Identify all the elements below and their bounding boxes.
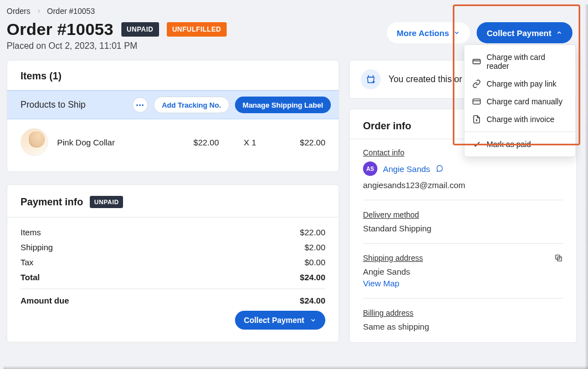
product-line-total: $22.00: [281, 138, 325, 147]
ellipsis-icon: [136, 104, 144, 106]
dd-charge-card-manually[interactable]: Charge card manually: [464, 93, 575, 110]
dd-charge-with-invoice[interactable]: Charge with invoice: [464, 110, 575, 128]
more-actions-label: More Actions: [397, 28, 449, 38]
collect-payment-dropdown: Charge with card reader Charge with pay …: [464, 44, 576, 157]
payment-info-title: Payment info: [21, 196, 83, 208]
collect-payment-button[interactable]: Collect Payment: [477, 22, 572, 43]
dd-charge-card-reader[interactable]: Charge with card reader: [464, 48, 575, 75]
breadcrumb: Orders Order #10053: [7, 7, 577, 16]
svg-rect-4: [473, 59, 480, 64]
line-total-label: Total: [21, 272, 40, 282]
line-tax-value: $0.00: [304, 257, 325, 267]
delivery-method-label: Delivery method: [363, 210, 563, 219]
chat-icon[interactable]: [436, 165, 443, 173]
contact-name-link[interactable]: Angie Sands: [383, 164, 430, 174]
info-divider-3: [363, 298, 563, 299]
svg-rect-6: [473, 99, 480, 104]
product-row: Pink Dog Collar $22.00 X 1 $22.00: [7, 119, 339, 171]
shipping-address-label: Shipping address: [363, 254, 423, 262]
dd-label: Charge card manually: [487, 97, 563, 106]
screenshot-shadow: [585, 4, 588, 369]
dd-label: Charge with pay link: [487, 79, 556, 88]
unfulfilled-badge: UNFULFILLED: [167, 22, 227, 37]
payment-unpaid-badge: UNPAID: [90, 196, 123, 208]
breadcrumb-root[interactable]: Orders: [7, 7, 30, 16]
collect-payment-label: Collect Payment: [487, 28, 551, 38]
products-to-ship-label: Products to Ship: [15, 100, 85, 110]
payment-divider: [21, 289, 325, 289]
line-shipping-label: Shipping: [21, 242, 53, 252]
product-qty: X 1: [228, 138, 272, 147]
copy-icon[interactable]: [554, 254, 563, 262]
collect-payment-label-2: Collect Payment: [244, 316, 304, 325]
notification-text: You created this or: [388, 74, 462, 84]
line-due-label: Amount due: [21, 296, 69, 305]
items-header: Items (1): [7, 60, 339, 90]
payment-info-card: Payment info UNPAID Items$22.00 Shipping…: [7, 184, 339, 342]
contact-email: angiesands123@zmail.com: [363, 180, 563, 190]
invoice-icon: [472, 115, 481, 124]
line-shipping-value: $2.00: [304, 242, 325, 252]
line-items-value: $22.00: [300, 228, 325, 237]
dropdown-divider: [464, 132, 575, 132]
chevron-down-icon: [310, 317, 316, 323]
dd-label: Charge with card reader: [487, 53, 567, 70]
collect-payment-button-2[interactable]: Collect Payment: [235, 311, 325, 330]
line-tax-label: Tax: [21, 257, 33, 267]
check-icon: [472, 140, 481, 149]
breadcrumb-current: Order #10053: [47, 7, 95, 16]
screenshot-shadow: [3, 366, 588, 369]
chevron-right-icon: [36, 8, 42, 14]
pay-link-icon: [472, 79, 481, 88]
card-reader-icon: [472, 57, 481, 66]
product-name: Pink Dog Collar: [57, 138, 166, 147]
items-card: Items (1) Products to Ship Add Tracking …: [7, 60, 339, 172]
bag-plus-icon: [361, 69, 381, 89]
dd-mark-as-paid[interactable]: Mark as paid: [464, 135, 575, 153]
dd-label: Charge with invoice: [487, 115, 554, 124]
billing-address-label: Billing address: [363, 309, 563, 317]
products-to-ship-row: Products to Ship Add Tracking No. Manage…: [7, 90, 339, 119]
line-total-value: $24.00: [300, 272, 325, 282]
product-unit-price: $22.00: [175, 138, 219, 147]
line-due-value: $24.00: [300, 296, 325, 305]
more-icon-button[interactable]: [132, 97, 148, 113]
add-tracking-button[interactable]: Add Tracking No.: [154, 97, 229, 113]
card-manual-icon: [472, 97, 481, 106]
unpaid-badge: UNPAID: [121, 22, 159, 37]
dd-label: Mark as paid: [487, 140, 531, 149]
view-map-link[interactable]: View Map: [363, 279, 423, 288]
shipping-address-name: Angie Sands: [363, 267, 423, 276]
manage-shipping-label-button[interactable]: Manage Shipping Label: [235, 97, 331, 113]
line-items-label: Items: [21, 228, 41, 237]
chevron-down-icon: [453, 29, 460, 36]
chevron-up-icon: [556, 29, 563, 36]
product-thumbnail: [21, 128, 48, 156]
info-divider-2: [363, 243, 563, 244]
info-divider-1: [363, 200, 563, 200]
more-actions-button[interactable]: More Actions: [387, 22, 470, 43]
avatar: AS: [363, 161, 377, 176]
billing-address-value: Same as shipping: [363, 322, 563, 331]
dd-charge-pay-link[interactable]: Charge with pay link: [464, 75, 575, 93]
delivery-method-value: Standard Shipping: [363, 224, 563, 233]
page-title: Order #10053: [7, 20, 114, 39]
